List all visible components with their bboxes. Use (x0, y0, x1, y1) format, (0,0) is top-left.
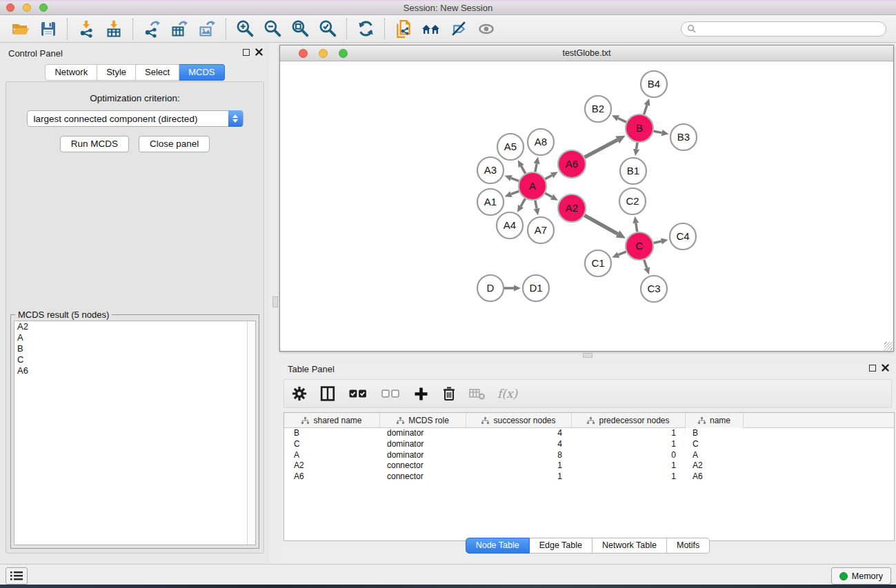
export-table-icon[interactable] (166, 18, 193, 40)
graph-node-A4[interactable]: A4 (497, 212, 523, 239)
graph-edge-C-C1[interactable] (612, 252, 626, 258)
mcds-result-item[interactable]: A6 (14, 365, 255, 376)
home-network-icon[interactable] (417, 18, 445, 40)
graph-edge-A-A4[interactable] (517, 199, 525, 212)
table-cell[interactable]: 0 (572, 450, 686, 461)
search-field[interactable] (681, 21, 886, 37)
tab-mcds[interactable]: MCDS (179, 64, 224, 81)
graph-node-A6[interactable]: A6 (558, 150, 586, 178)
table-cell[interactable]: 4 (466, 439, 572, 450)
graph-node-A5[interactable]: A5 (497, 134, 524, 160)
show-graphics-details-icon[interactable] (472, 18, 500, 40)
column-header-mcds-role[interactable]: MCDS role (380, 413, 466, 428)
table-cell[interactable]: 4 (466, 428, 572, 439)
graph-edge-C-C2[interactable] (633, 216, 639, 232)
graph-node-C3[interactable]: C3 (641, 276, 667, 302)
graph-edge-A-A7[interactable] (534, 201, 540, 216)
hide-labels-icon[interactable] (445, 18, 472, 40)
zoom-in-icon[interactable] (231, 18, 259, 40)
table-cell[interactable]: A (284, 450, 380, 461)
close-panel-icon[interactable] (255, 48, 263, 56)
tab-node-table[interactable]: Node Table (466, 538, 530, 554)
table-cell[interactable]: dominator (380, 450, 466, 461)
graph-edge-C-C3[interactable] (644, 260, 650, 274)
open-folder-icon[interactable] (7, 18, 34, 40)
table-settings-icon[interactable] (291, 385, 308, 402)
float-panel-icon[interactable] (243, 49, 250, 56)
table-row[interactable]: A6connector11A6 (284, 472, 894, 483)
float-table-panel-icon[interactable] (869, 365, 876, 372)
mcds-result-list[interactable]: A2ABCA6 (14, 321, 256, 545)
graph-node-A3[interactable]: A3 (477, 157, 504, 183)
tab-network-table[interactable]: Network Table (593, 538, 667, 554)
tab-style[interactable]: Style (97, 64, 136, 81)
import-table-icon[interactable] (100, 18, 128, 40)
graph-edge-B-B1[interactable] (633, 143, 639, 156)
graph-edge-A-A8[interactable] (534, 157, 540, 172)
graph-node-A[interactable]: A (519, 172, 546, 200)
table-cell[interactable]: A2 (686, 460, 744, 472)
graph-edge-B-B4[interactable] (644, 99, 650, 114)
table-cell[interactable]: 1 (572, 460, 686, 472)
tab-edge-table[interactable]: Edge Table (530, 538, 593, 554)
run-mcds-button[interactable]: Run MCDS (60, 136, 129, 152)
graph-node-A1[interactable]: A1 (477, 189, 504, 215)
close-panel-button[interactable]: Close panel (139, 136, 210, 152)
tab-network[interactable]: Network (45, 64, 97, 81)
graph-node-A7[interactable]: A7 (528, 217, 554, 243)
task-history-button[interactable] (6, 567, 28, 585)
table-cell[interactable]: B (686, 428, 744, 439)
table-cell[interactable]: 8 (466, 450, 572, 461)
graph-edge-A-A5[interactable] (518, 160, 526, 174)
table-cell[interactable]: connector (380, 460, 466, 472)
table-cell[interactable]: A2 (284, 460, 380, 472)
search-input[interactable] (696, 23, 880, 35)
delete-table-icon[interactable] (469, 385, 486, 402)
criterion-dropdown[interactable]: largest connected component (directed) (27, 110, 243, 127)
table-row[interactable]: Cdominator41C (284, 439, 894, 450)
table-row[interactable]: Bdominator41B (284, 428, 894, 439)
graph-node-B1[interactable]: B1 (620, 158, 646, 184)
mcds-result-item[interactable]: C (14, 354, 255, 365)
import-network-icon[interactable] (72, 18, 100, 40)
vertical-splitter-grip[interactable] (272, 296, 278, 307)
select-all-checkboxes-icon[interactable] (348, 385, 368, 402)
graph-node-D[interactable]: D (477, 275, 504, 301)
graph-edge-A-A2[interactable] (545, 193, 558, 200)
graph-edge-A-A3[interactable] (505, 175, 519, 181)
graph-edge-B-B3[interactable] (654, 130, 669, 136)
network-document-icon[interactable] (390, 18, 417, 40)
horizontal-splitter-grip[interactable] (583, 353, 593, 358)
column-header-name[interactable]: name (686, 413, 744, 428)
window-resize-grip[interactable] (884, 342, 893, 350)
graph-node-C2[interactable]: C2 (619, 188, 646, 214)
graph-edge-C-C4[interactable] (653, 238, 668, 244)
zoom-selected-icon[interactable] (314, 18, 341, 40)
mcds-result-item[interactable]: A2 (14, 321, 255, 332)
graph-edge-A6-B[interactable] (585, 136, 626, 157)
column-header-shared-name[interactable]: shared name (284, 413, 380, 428)
table-cell[interactable]: C (284, 439, 380, 450)
graph-node-A2[interactable]: A2 (558, 194, 586, 222)
graph-node-C[interactable]: C (626, 232, 653, 260)
graph-node-A8[interactable]: A8 (528, 129, 554, 155)
tab-select[interactable]: Select (136, 64, 179, 81)
save-session-icon[interactable] (34, 18, 62, 40)
mcds-result-item[interactable]: A (14, 332, 255, 343)
table-row[interactable]: Adominator80A (284, 450, 894, 461)
export-image-icon[interactable] (193, 18, 221, 40)
zoom-out-icon[interactable] (259, 18, 286, 40)
graph-node-C1[interactable]: C1 (585, 250, 611, 276)
graph-node-B[interactable]: B (626, 114, 653, 142)
table-row[interactable]: A2connector11A2 (284, 460, 894, 472)
network-window-titlebar[interactable]: testGlobe.txt (280, 45, 893, 61)
table-cell[interactable]: dominator (380, 428, 466, 439)
graph-edge-A-A1[interactable] (505, 191, 519, 197)
graph-edge-D-D1[interactable] (504, 285, 521, 291)
tab-motifs[interactable]: Motifs (667, 538, 710, 554)
table-cell[interactable]: A6 (686, 472, 744, 483)
graph-edge-A2-C[interactable] (584, 215, 626, 238)
deselect-all-checkboxes-icon[interactable] (380, 385, 401, 402)
table-cell[interactable]: 1 (572, 472, 686, 483)
table-cell[interactable]: A (686, 450, 744, 461)
